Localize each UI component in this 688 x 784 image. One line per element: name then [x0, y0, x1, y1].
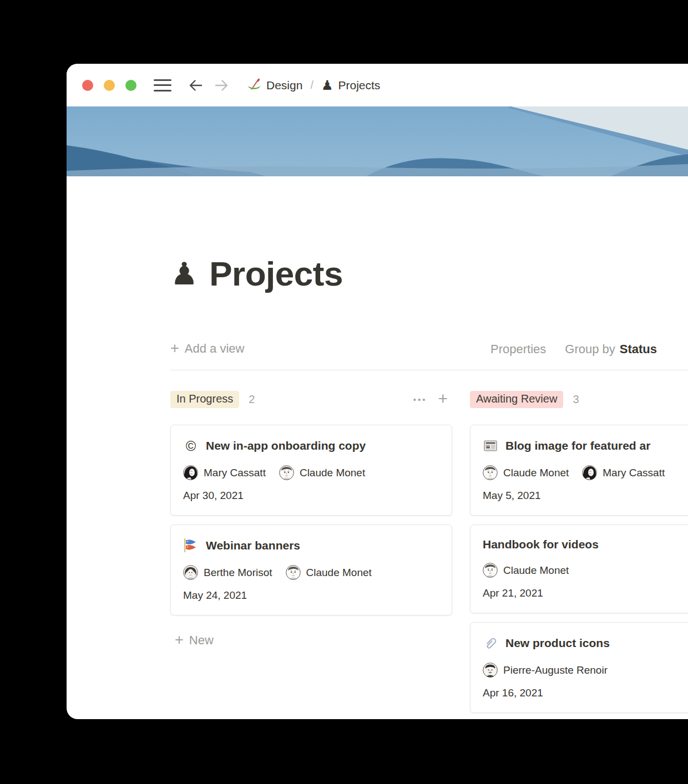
plus-icon: +	[170, 341, 179, 356]
group-by-button[interactable]: Group byStatus	[565, 342, 657, 357]
card-person: Claude Monet	[286, 565, 372, 580]
column-add-card-icon[interactable]: +	[438, 390, 448, 407]
cover-image	[67, 106, 688, 176]
avatar-mary-cassatt	[582, 465, 597, 480]
column-options-icon[interactable]: •••	[413, 395, 427, 404]
avatar-claude-monet	[286, 565, 301, 580]
breadcrumb-page-label: Projects	[338, 79, 380, 92]
card-person: Mary Cassatt	[582, 465, 665, 480]
card-blog-image-for-featured-article[interactable]: Blog image for featured ar Claude Monet …	[470, 425, 688, 516]
plus-icon: +	[175, 633, 184, 648]
card-date: Apr 21, 2021	[483, 587, 688, 599]
avatar-claude-monet	[483, 465, 498, 480]
card-person: Berthe Morisot	[183, 565, 272, 580]
avatar-mary-cassatt	[183, 465, 198, 480]
card-title: New in-app onboarding copy	[206, 439, 366, 452]
group-by-value: Status	[620, 342, 657, 356]
card-title: Blog image for featured ar	[505, 439, 650, 452]
breadcrumb-separator: /	[310, 79, 313, 91]
avatar-claude-monet	[483, 563, 498, 578]
card-date: May 24, 2021	[183, 589, 439, 602]
card-person: Mary Cassatt	[183, 465, 266, 480]
canoe-icon	[247, 78, 261, 93]
traffic-lights	[82, 80, 136, 91]
avatar-berthe-morisot	[183, 565, 198, 580]
new-card-button[interactable]: + New	[170, 633, 452, 648]
view-bar: + Add a view Properties Group byStatus	[170, 341, 688, 359]
newspaper-icon	[483, 438, 498, 454]
person-name: Claude Monet	[300, 467, 365, 479]
person-name: Pierre-Auguste Renoir	[503, 664, 608, 676]
app-window: Design / ♟ Projects	[67, 64, 688, 719]
card-new-in-app-onboarding-copy[interactable]: © New in-app onboarding copy Mary Cassat…	[170, 425, 452, 516]
card-person: Claude Monet	[279, 465, 365, 480]
close-window-button[interactable]	[82, 80, 93, 91]
card-title: New product icons	[505, 637, 610, 650]
copyright-icon: ©	[183, 438, 199, 454]
add-view-button[interactable]: + Add a view	[170, 341, 244, 356]
board-column-awaiting-review: Awaiting Review 3 Blog image for feature…	[470, 389, 688, 719]
breadcrumb: Design / ♟ Projects	[247, 78, 380, 93]
window-titlebar: Design / ♟ Projects	[67, 64, 688, 106]
person-name: Claude Monet	[306, 567, 372, 579]
card-new-product-icons[interactable]: New product icons Pierre-Auguste Renoir …	[470, 622, 688, 713]
zoom-window-button[interactable]	[125, 80, 136, 91]
paperclip-icon	[483, 635, 498, 651]
card-handbook-for-videos[interactable]: Handbook for videos Claude Monet Apr 21,…	[470, 525, 688, 613]
carp-streamer-icon	[183, 538, 199, 553]
card-webinar-banners[interactable]: Webinar banners Berthe Morisot Claude Mo…	[170, 525, 452, 615]
black-pawn-icon: ♟	[321, 79, 333, 92]
column-count: 2	[249, 393, 255, 406]
card-date: May 5, 2021	[483, 490, 688, 502]
kanban-board: In Progress 2 ••• + © New in-app onboard…	[170, 389, 688, 719]
sidebar-menu-icon[interactable]	[154, 79, 171, 91]
card-date: Apr 16, 2021	[483, 687, 688, 699]
page-body: ♟ Projects + Add a view Properties Group…	[67, 176, 688, 719]
breadcrumb-workspace-label: Design	[266, 79, 302, 92]
status-badge-awaiting-review[interactable]: Awaiting Review	[470, 391, 563, 408]
avatar-claude-monet	[279, 465, 294, 480]
card-date: Apr 30, 2021	[183, 490, 439, 502]
card-person: Pierre-Auguste Renoir	[483, 663, 608, 678]
person-name: Claude Monet	[503, 564, 569, 577]
new-card-label: New	[189, 633, 214, 648]
card-person: Claude Monet	[483, 563, 569, 578]
avatar-pierre-auguste-renoir	[483, 663, 498, 678]
properties-button[interactable]: Properties	[490, 342, 546, 357]
card-title: Webinar banners	[206, 539, 300, 552]
person-name: Claude Monet	[503, 467, 569, 479]
breadcrumb-page[interactable]: ♟ Projects	[321, 79, 380, 92]
status-badge-in-progress[interactable]: In Progress	[170, 391, 239, 408]
view-divider	[170, 370, 688, 370]
person-name: Mary Cassatt	[204, 467, 266, 479]
minimize-window-button[interactable]	[104, 80, 115, 91]
breadcrumb-workspace[interactable]: Design	[247, 78, 302, 93]
card-title: Handbook for videos	[483, 538, 599, 551]
card-person: Claude Monet	[483, 465, 569, 480]
page-title: Projects	[209, 255, 343, 293]
forward-arrow-icon[interactable]	[214, 78, 229, 93]
board-column-in-progress: In Progress 2 ••• + © New in-app onboard…	[170, 389, 452, 648]
column-count: 3	[573, 393, 579, 406]
group-by-label: Group by	[565, 342, 615, 356]
person-name: Mary Cassatt	[603, 467, 665, 479]
add-view-label: Add a view	[185, 342, 245, 356]
page-icon-pawn[interactable]: ♟	[170, 258, 198, 289]
back-arrow-icon[interactable]	[188, 78, 204, 93]
person-name: Berthe Morisot	[204, 567, 272, 579]
